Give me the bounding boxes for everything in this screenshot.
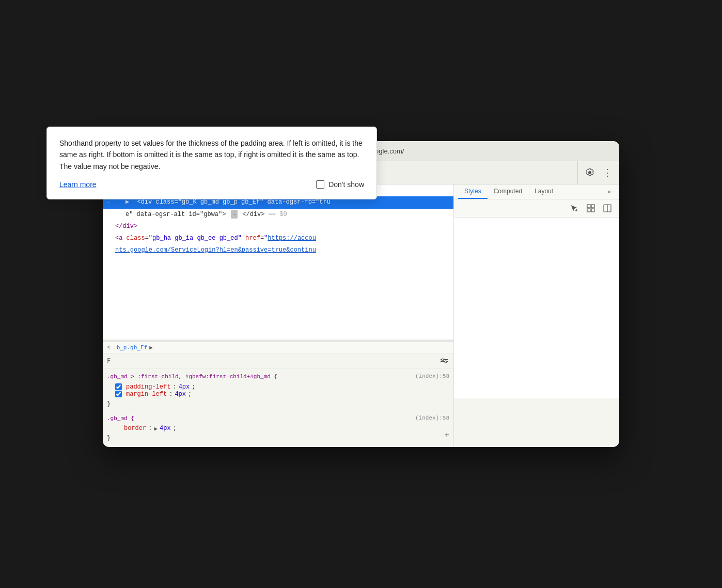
line-number-2: (index):58 [415, 413, 449, 423]
prop-name-margin-left: margin-left [126, 391, 167, 398]
breadcrumb-arrow-icon: ▶ [149, 344, 153, 351]
styles-rule-1-selector: .gb_md > :first-child, #gbsfw:first-chil… [103, 370, 453, 383]
add-style-rule-icon[interactable] [569, 203, 580, 214]
right-tabs-more-button[interactable]: » [603, 185, 615, 198]
svg-rect-10 [591, 209, 594, 212]
right-tab-computed[interactable]: Computed [488, 184, 528, 199]
styles-toolbar: F [103, 353, 453, 368]
padding-left-checkbox[interactable] [115, 383, 122, 390]
tooltip-footer: Learn more Don't show [103, 180, 364, 189]
dom-line-4[interactable]: </div> [103, 221, 453, 233]
right-panel-content [454, 218, 619, 398]
styles-rule-1-close: } [103, 398, 453, 410]
prop-value-margin-left[interactable]: 4px [175, 391, 186, 398]
right-tab-layout[interactable]: Layout [528, 184, 559, 199]
line-number-1: (index):58 [415, 372, 449, 381]
left-panel: ▼ <div class="gb_Zc"> … ▶ <div class="gb… [103, 184, 454, 447]
dont-show-area: Don't show [316, 180, 364, 189]
add-style-button[interactable]: + [444, 429, 449, 443]
dom-line-6[interactable]: nts.google.com/ServiceLogin?hl=en&passiv… [103, 244, 453, 256]
dom-line-3[interactable]: e" data-ogsr-alt id="gbwa"> … </div> == … [103, 209, 453, 221]
more-vert-icon[interactable]: ⋮ [602, 167, 613, 178]
styles-prop-margin-left: margin-left : 4px ; [103, 391, 453, 398]
right-tabs: Styles Computed Layout » [454, 184, 619, 199]
tab-bar-right-icons: ⋮ [577, 161, 619, 184]
tooltip-popup: Shorthand property to set values for the… [103, 141, 377, 199]
border-expand-icon[interactable]: ▶ [154, 425, 158, 432]
breadcrumb-item[interactable]: b_p.gb_Ef [117, 344, 148, 351]
inspect-icon[interactable] [585, 203, 597, 214]
dom-line-5[interactable]: <a class="gb_ha gb_ia gb_ee gb_ed" href=… [103, 233, 453, 244]
right-tab-styles[interactable]: Styles [458, 184, 488, 199]
breadcrumb-bar: s b_p.gb_Ef ▶ [103, 342, 453, 353]
dont-show-label: Don't show [328, 180, 364, 189]
dont-show-checkbox[interactable] [316, 180, 324, 189]
styles-content: .gb_md > :first-child, #gbsfw:first-chil… [103, 368, 453, 447]
svg-rect-8 [591, 205, 594, 208]
margin-left-checkbox[interactable] [115, 391, 122, 397]
right-panel-toolbar [454, 199, 619, 218]
styles-rule-2-close: } + [103, 432, 453, 444]
svg-rect-9 [587, 209, 590, 212]
panels-row: ▼ <div class="gb_Zc"> … ▶ <div class="gb… [103, 184, 619, 447]
right-panel: Styles Computed Layout » [454, 184, 619, 447]
styles-icon-1[interactable] [439, 355, 449, 366]
prop-value-border[interactable]: 4px [160, 425, 171, 432]
styles-prop-border: border : ▶ 4px ; [103, 425, 453, 432]
svg-rect-7 [587, 205, 590, 208]
styles-prop-padding-left: padding-left : 4px ; [103, 383, 453, 391]
styles-section: s b_p.gb_Ef ▶ F [103, 342, 453, 447]
elements-panel: ▼ <div class="gb_Zc"> … ▶ <div class="gb… [103, 184, 453, 339]
styles-toolbar-right [439, 355, 449, 366]
devtools-window: DevTools - www.google.com/ Elements [103, 141, 619, 447]
prop-name-padding-left: padding-left [126, 383, 170, 391]
svg-point-6 [445, 361, 447, 363]
toggle-panel-icon[interactable] [602, 203, 613, 214]
styles-rule-2-selector: .gb_md { (index):58 [103, 412, 453, 425]
gear-icon[interactable] [584, 167, 595, 178]
prop-name-border: border [124, 425, 146, 432]
tooltip-text: Shorthand property to set values for the… [103, 141, 364, 172]
svg-point-5 [442, 359, 444, 361]
prop-value-padding-left[interactable]: 4px [179, 383, 190, 391]
